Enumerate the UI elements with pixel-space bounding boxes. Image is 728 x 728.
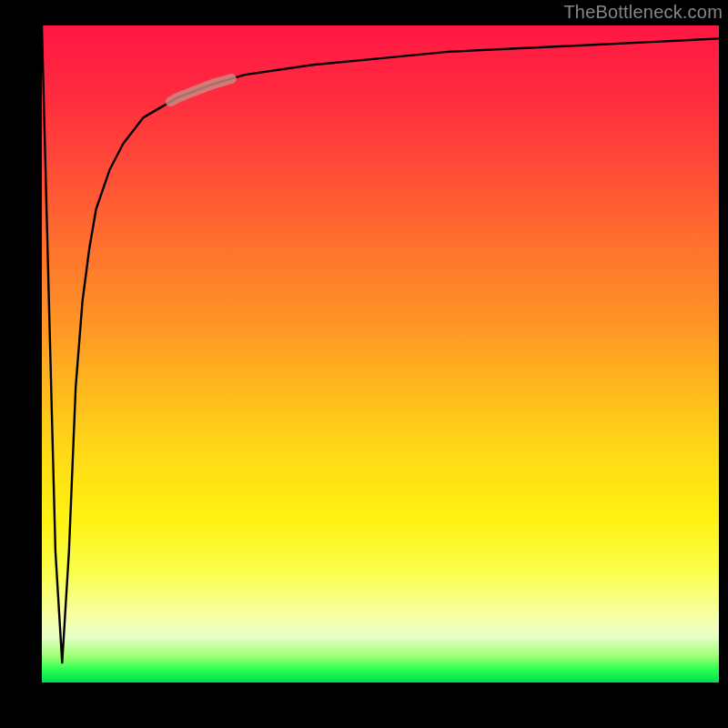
- watermark-label: TheBottleneck.com: [563, 2, 723, 23]
- plot-gradient-background: [42, 25, 719, 682]
- chart-frame: TheBottleneck.com: [0, 0, 728, 728]
